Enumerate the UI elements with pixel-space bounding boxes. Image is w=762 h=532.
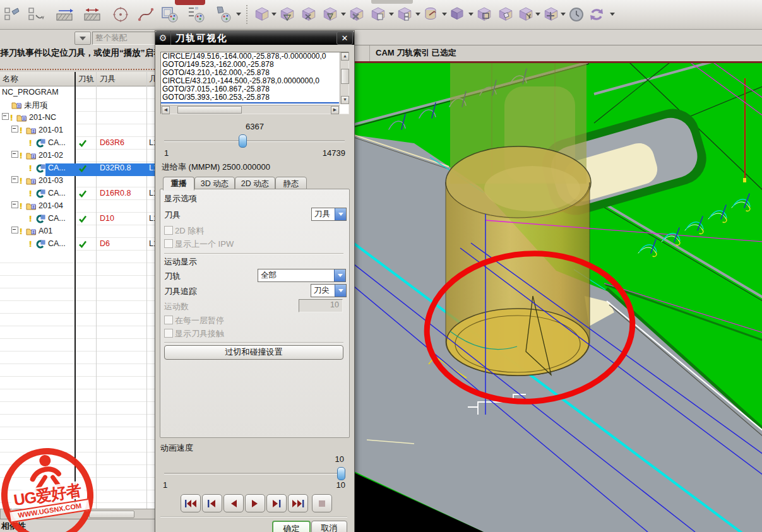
brush-palette-icon[interactable] <box>213 5 232 24</box>
scroll-up-icon[interactable]: ▲ <box>341 52 349 61</box>
assembly-scope-field[interactable]: 整个装配 <box>92 32 159 45</box>
go-last-button[interactable] <box>288 494 308 512</box>
gcode-listbox[interactable]: CIRCLE/149.516,-164.000,-25.878,-0.00000… <box>160 52 349 114</box>
col-tool[interactable]: 刀具 <box>100 74 116 85</box>
show-tool-contact-checkbox[interactable] <box>164 329 173 338</box>
scroll-down-icon[interactable]: ▼ <box>341 96 349 104</box>
stop-button[interactable] <box>312 494 332 512</box>
cube-caret-4[interactable] <box>415 13 420 16</box>
tab-replay[interactable]: 重播 <box>163 177 194 191</box>
node-label[interactable]: A01 <box>39 227 52 235</box>
cube-op-icon-9[interactable] <box>448 5 467 24</box>
gcode-line[interactable]: GOTO/43.210,-162.000,-25.878 <box>161 69 340 77</box>
cube-op-icon-1[interactable] <box>253 5 271 24</box>
cube-op-icon-8[interactable] <box>422 5 441 24</box>
node-label[interactable]: NC_PROGRAM <box>2 88 59 97</box>
node-label[interactable]: 201-02 <box>39 151 63 160</box>
node-label[interactable]: CA... <box>48 239 66 248</box>
cube-op-icon-10[interactable] <box>475 5 494 24</box>
tree-spotlight-icon[interactable] <box>3 5 21 24</box>
cube-op-icon-6[interactable] <box>369 5 388 24</box>
cube-caret-5[interactable] <box>442 13 447 16</box>
collapse-icon[interactable] <box>11 151 18 158</box>
show-ipw-checkbox[interactable] <box>164 239 173 248</box>
step-back-button[interactable] <box>202 494 222 512</box>
node-label[interactable]: CA... <box>48 138 66 147</box>
scroll-right-icon[interactable]: ▶ <box>331 106 339 114</box>
col-name[interactable]: 名称 <box>3 74 18 85</box>
cube-op-icon-4[interactable] <box>321 5 340 24</box>
play-forward-button[interactable] <box>245 494 265 512</box>
clock-icon[interactable] <box>567 5 586 24</box>
cube-caret-8[interactable] <box>561 13 566 16</box>
tool-display-dropdown[interactable]: 刀具 <box>311 208 347 221</box>
gcode-line[interactable]: CIRCLE/43.210,-144.500,-25.878,0.0000000… <box>161 77 340 85</box>
frame-palette-icon[interactable] <box>160 5 179 24</box>
gcode-line[interactable]: GOTO/37.015,-160.867,-25.878 <box>161 85 340 93</box>
position-slider-thumb[interactable] <box>239 134 247 148</box>
cube-op-icon-13[interactable] <box>542 5 561 24</box>
hatch-forward-icon[interactable] <box>56 5 74 24</box>
graphics-viewport[interactable] <box>354 61 762 532</box>
node-label[interactable]: CA... <box>48 214 66 223</box>
pause-each-level-checkbox[interactable] <box>164 316 173 324</box>
position-slider-track[interactable] <box>164 140 345 142</box>
gear-icon[interactable]: ⚙ <box>155 31 171 45</box>
node-label[interactable]: 201-03 <box>39 176 63 185</box>
collapse-icon[interactable] <box>11 176 18 183</box>
node-label[interactable]: CA... <box>48 189 66 198</box>
cube-op-icon-12[interactable] <box>516 5 535 24</box>
dialog-titlebar[interactable]: ⚙ 刀轨可视化 ✕ <box>155 31 354 45</box>
cube-op-icon-5[interactable] <box>347 5 366 24</box>
cube-caret-7[interactable] <box>535 13 540 16</box>
chevron-down-icon[interactable] <box>335 208 346 220</box>
collapse-icon[interactable] <box>11 126 18 133</box>
gcode-line[interactable]: CIRCLE/149.516,-164.000,-25.878,-0.00000… <box>161 52 340 61</box>
tool-trace-dropdown[interactable]: 刀尖 <box>311 284 347 297</box>
list-palette-icon[interactable] <box>187 5 206 24</box>
cancel-button[interactable]: 取消 <box>311 521 347 532</box>
node-label[interactable]: CA... <box>48 163 66 172</box>
node-label[interactable]: 未用项 <box>24 100 48 111</box>
ok-button[interactable]: 确定 <box>272 521 311 532</box>
refresh-icon[interactable] <box>586 5 607 24</box>
assembly-dropdown-button[interactable] <box>74 32 91 45</box>
cube-caret-2[interactable] <box>341 13 346 16</box>
cube-caret-3[interactable] <box>389 13 394 16</box>
collapse-icon[interactable] <box>11 201 18 208</box>
gcode-line[interactable]: GOTO/35.393,-160.253,-25.878 <box>161 93 340 102</box>
collapse-icon[interactable] <box>2 113 9 120</box>
scroll-thumb[interactable] <box>177 106 242 114</box>
node-label[interactable]: 201-01 <box>39 126 63 134</box>
cube-op-icon-3[interactable] <box>299 5 318 24</box>
scroll-left-icon[interactable]: ◀ <box>162 106 170 114</box>
close-icon[interactable]: ✕ <box>336 32 353 45</box>
node-label[interactable]: 201-NC <box>29 113 56 122</box>
speed-slider-thumb[interactable] <box>337 467 345 480</box>
go-first-button[interactable] <box>181 494 201 512</box>
col-toolpath[interactable]: 刀轨 <box>78 74 94 85</box>
toolpath-dropdown[interactable]: 全部 <box>258 269 346 282</box>
play-reverse-button[interactable] <box>223 494 244 512</box>
circle-center-icon[interactable] <box>111 5 130 24</box>
2d-removal-checkbox[interactable] <box>164 226 173 235</box>
tree-reorder-icon[interactable] <box>27 5 45 24</box>
node-label[interactable]: 201-04 <box>39 201 63 210</box>
cube-op-icon-11[interactable] <box>496 5 515 24</box>
cube-op-icon-2[interactable] <box>278 5 297 24</box>
step-forward-button[interactable] <box>266 494 287 512</box>
gcode-hscrollbar[interactable]: ◀ ▶ <box>161 105 340 114</box>
spline-icon[interactable] <box>136 5 155 24</box>
cube-op-icon-7[interactable] <box>395 5 414 24</box>
gcode-line[interactable]: GOTO/149.523,-162.000,-25.878 <box>161 61 340 69</box>
hatch-range-icon[interactable] <box>83 5 102 24</box>
gouge-check-button[interactable]: 过切和碰撞设置 <box>164 345 343 360</box>
refresh-caret[interactable] <box>610 13 615 16</box>
gcode-vscrollbar[interactable]: ▲ ▼ <box>340 52 348 104</box>
cube-caret-1[interactable] <box>271 13 277 16</box>
cube-caret-6[interactable] <box>468 13 473 16</box>
speed-slider-track[interactable] <box>164 473 343 475</box>
chevron-down-icon[interactable] <box>334 269 345 281</box>
chevron-down-icon[interactable] <box>335 285 346 297</box>
collapse-icon[interactable] <box>11 227 18 233</box>
